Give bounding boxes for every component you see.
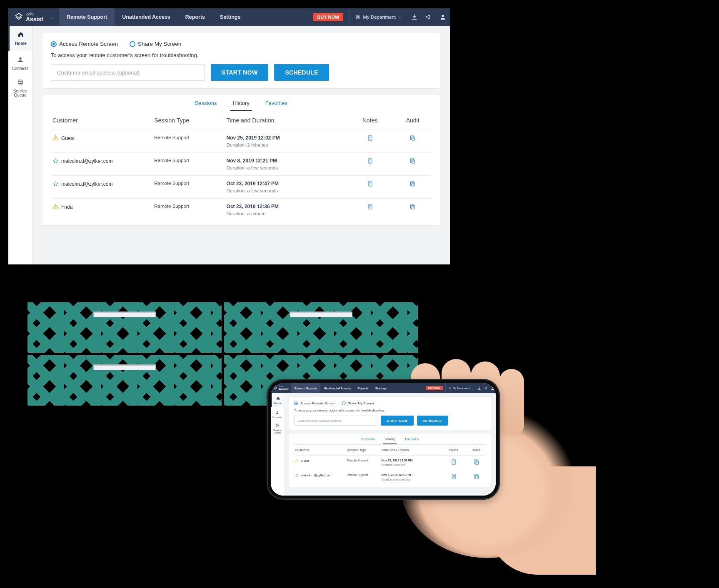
brand-icon [273,386,277,390]
sidebar-service-queue[interactable]: Service Queue [271,421,284,436]
drawer-handle [290,311,352,317]
download-icon[interactable] [476,383,482,393]
start-now-button[interactable]: START NOW [381,416,414,426]
history-row: malcolm.d@zylker.com Remote Support Oct … [51,175,432,198]
contacts-icon [275,411,279,415]
radio-share-screen[interactable]: Share My Screen [342,401,374,405]
customer-name: Guest [61,135,75,141]
start-session-panel: Access Remote Screen Share My Screen To … [289,397,491,430]
home-icon [276,396,280,401]
home-icon [17,31,24,40]
customer-email-input[interactable] [294,416,377,426]
drawer-top-right [224,302,418,353]
session-time: Nov 8, 2019 12:21 PM [227,158,345,164]
radio-access-remote[interactable]: Access Remote Screen [294,401,335,405]
tab-history[interactable]: History [230,96,252,111]
col-audit: Audit [395,117,430,124]
radio-access-remote[interactable]: Access Remote Screen [51,41,118,47]
profile-icon[interactable] [489,383,496,393]
sidebar-contacts[interactable]: Contacts [271,407,284,421]
tab-sessions[interactable]: Sessions [360,435,376,444]
department-dropdown[interactable]: My Department ⌄ [349,8,407,26]
profile-icon[interactable] [436,8,450,26]
session-duration: Duration: a few seconds [227,165,345,170]
announcements-icon[interactable] [422,8,436,26]
sidebar-home[interactable]: Home [271,393,284,407]
nav-unattended-access[interactable]: Unattended Access [115,8,178,26]
drawer-handle [93,311,156,317]
session-type: Remote Support [347,473,378,476]
topbar: Zoho Assist ⌄ Remote Support Unattended … [8,8,450,26]
notes-button[interactable] [348,135,392,142]
schedule-button[interactable]: SCHEDULE [417,416,448,426]
nav-remote-support[interactable]: Remote Support [291,383,320,393]
start-now-button[interactable]: START NOW [211,64,268,81]
sidebar-home[interactable]: Home [8,26,32,51]
building-icon [448,386,452,390]
radio-share-screen[interactable]: Share My Screen [130,41,181,47]
audit-button[interactable] [395,158,430,165]
history-panel: Sessions History Favorites Customer Sess… [42,95,440,225]
brand-caret-icon[interactable]: ⌄ [50,15,53,20]
sidebar-contacts-label: Contacts [12,66,28,71]
buy-now-button[interactable]: BUY NOW [426,386,443,390]
nav-settings[interactable]: Settings [212,8,248,26]
phone-in-hand: Zoho Assist Remote Support Unattended Ac… [262,362,587,579]
session-time: Nov 25, 2019 12:02 PM [227,135,345,141]
sidebar: Home Contacts Service Queue [271,393,284,496]
brand-name: Assist [26,16,43,22]
star-icon [52,158,59,164]
start-session-panel: Access Remote Screen Share My Screen To … [42,33,440,88]
download-icon[interactable] [407,8,422,26]
schedule-button[interactable]: SCHEDULE [274,64,329,81]
nav-reports[interactable]: Reports [354,383,372,393]
announcements-icon[interactable] [482,383,489,393]
phone-frame: Zoho Assist Remote Support Unattended Ac… [267,379,500,500]
tab-history[interactable]: History [383,435,397,444]
notes-button[interactable] [443,459,464,466]
workspace: Home Contacts Service Queue Access Re [8,26,450,264]
col-notes: Notes [348,117,392,124]
chevron-down-icon: ⌄ [471,387,473,390]
session-type: Remote Support [347,459,378,462]
warning-icon [295,459,299,463]
customer-name: malcolm.d@zylker.com [301,474,331,477]
notes-button[interactable] [348,181,392,188]
tab-sessions[interactable]: Sessions [192,96,220,111]
brand[interactable]: Zoho Assist ⌄ [8,8,59,26]
sidebar-contacts[interactable]: Contacts [8,51,32,76]
notes-button[interactable] [348,204,392,211]
col-time: Time and Duration [227,117,345,124]
drawer-bottom-left [27,355,222,406]
topbar: Zoho Assist Remote Support Unattended Ac… [271,383,496,393]
nav-remote-support[interactable]: Remote Support [59,8,115,26]
history-panel: Sessions History Favorites Customer Sess… [289,434,491,487]
customer-name: malcolm.d@zylker.com [61,158,113,164]
audit-button[interactable] [395,135,430,142]
col-customer: Customer [52,117,151,124]
tab-favorites[interactable]: Favorites [263,96,290,111]
notes-button[interactable] [443,473,464,481]
brand[interactable]: Zoho Assist [271,383,291,393]
department-dropdown[interactable]: My Department ⌄ [445,383,476,393]
col-session-type: Session Type [154,117,223,124]
warning-icon [52,135,59,141]
customer-email-input[interactable] [51,64,205,81]
drawer-top-left [27,302,222,353]
sidebar-service-queue[interactable]: Service Queue [8,76,32,101]
cabinet-top [24,296,422,301]
nav-settings[interactable]: Settings [372,383,390,393]
audit-button[interactable] [395,181,430,188]
buy-now-button[interactable]: BUY NOW [313,13,343,21]
session-type: Remote Support [154,158,223,163]
history-header: Customer Session Type Time and Duration … [51,111,432,130]
notes-button[interactable] [348,158,392,165]
customer-name: malcolm.d@zylker.com [61,181,113,187]
nav-unattended-access[interactable]: Unattended Access [320,383,354,393]
audit-button[interactable] [468,459,485,466]
nav-reports[interactable]: Reports [178,8,212,26]
audit-button[interactable] [468,473,485,481]
tab-favorites[interactable]: Favorites [403,435,420,444]
phone-screen: Zoho Assist Remote Support Unattended Ac… [271,383,496,496]
audit-button[interactable] [395,204,430,211]
